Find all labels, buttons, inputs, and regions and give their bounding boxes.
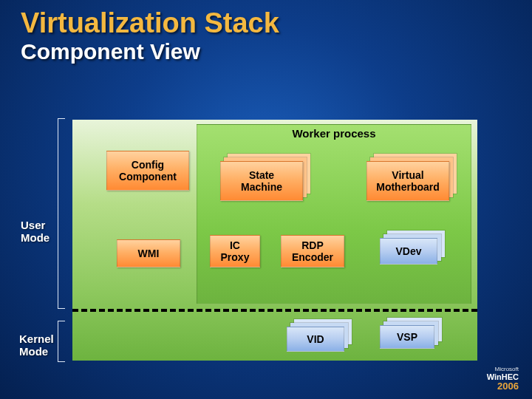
- user-label-line1: User: [21, 219, 45, 231]
- virtual-motherboard-box: Virtual Motherboard: [366, 161, 449, 201]
- user-mode-bracket: [58, 118, 65, 309]
- diagram-area: Worker process Config Component WMI Stat…: [72, 120, 477, 361]
- kernel-label-line2: Mode: [19, 345, 48, 358]
- vid-box: VID: [287, 327, 344, 352]
- state-machine-label: State Machine: [241, 169, 282, 193]
- kernel-mode-label: Kernel Mode: [19, 332, 54, 358]
- rdp-encoder-box: RDP Encoder: [281, 235, 344, 267]
- state-machine-box: State Machine: [220, 161, 303, 201]
- kernel-mode-bracket: [58, 321, 65, 362]
- ic-proxy-box: IC Proxy: [210, 235, 260, 267]
- year-label: 2006: [487, 381, 519, 392]
- product-label: WinHEC: [487, 372, 519, 381]
- slide-subtitle: Component View: [0, 39, 532, 64]
- branding: Microsoft WinHEC 2006: [487, 366, 519, 392]
- config-component-box: Config Component: [106, 151, 189, 191]
- virtual-motherboard-label: Virtual Motherboard: [376, 169, 440, 193]
- mode-separator: [72, 309, 477, 312]
- config-component-label: Config Component: [119, 159, 177, 183]
- ic-proxy-label: IC Proxy: [221, 239, 250, 263]
- vid-label: VID: [307, 333, 324, 345]
- kernel-label-line1: Kernel: [19, 332, 54, 345]
- wmi-box: WMI: [117, 239, 180, 267]
- vdev-box: VDev: [380, 238, 437, 265]
- vendor-label: Microsoft: [487, 366, 519, 372]
- user-label-line2: Mode: [21, 231, 50, 244]
- worker-process-title: Worker process: [197, 127, 471, 140]
- vsp-label: VSP: [397, 331, 417, 343]
- rdp-encoder-label: RDP Encoder: [292, 239, 333, 263]
- worker-process-container: [197, 124, 471, 304]
- user-mode-label: User Mode: [21, 219, 50, 245]
- vdev-label: VDev: [395, 245, 421, 257]
- vsp-box: VSP: [380, 325, 434, 349]
- wmi-label: WMI: [138, 248, 160, 259]
- slide-title: Virtualization Stack: [0, 0, 532, 39]
